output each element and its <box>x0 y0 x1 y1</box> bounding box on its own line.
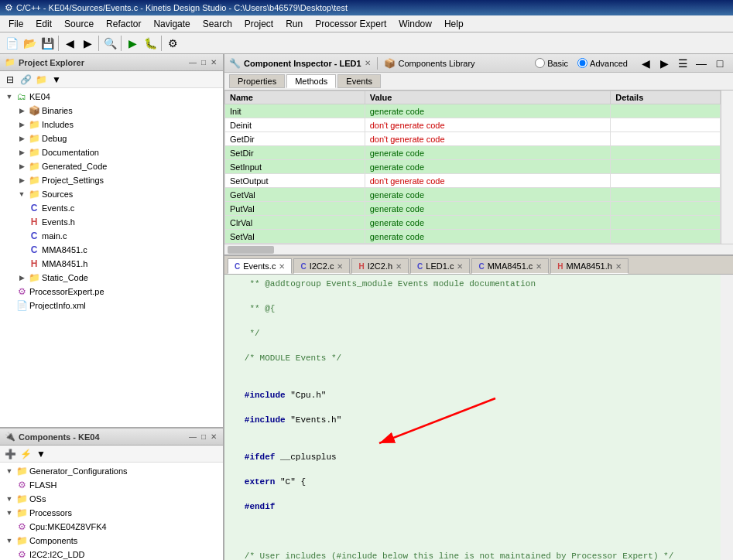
tree-item-sources[interactable]: ▼ 📁 Sources <box>0 187 223 201</box>
toolbar-settings[interactable]: ⚙ <box>164 35 181 52</box>
prop-value-cell[interactable]: generate code <box>365 104 611 118</box>
tab-i2c2-h[interactable]: H I2C2.h ✕ <box>351 258 409 274</box>
mmac-tab-close[interactable]: ✕ <box>536 262 542 271</box>
tab-i2c2-c[interactable]: C I2C2.c ✕ <box>293 258 350 274</box>
table-row[interactable]: Deinitdon't generate code <box>225 118 721 132</box>
components-lib-label[interactable]: Components Library <box>399 59 475 68</box>
tree-item-generated-code[interactable]: ▶ 📁 Generated_Code <box>0 159 223 173</box>
menu-source[interactable]: Source <box>59 16 99 32</box>
table-row[interactable]: SetValgenerate code <box>225 230 721 244</box>
toolbar-new[interactable]: 📄 <box>3 35 20 52</box>
tab-methods[interactable]: Methods <box>286 74 336 88</box>
table-row[interactable]: GetDirdon't generate code <box>225 132 721 146</box>
table-row[interactable]: Initgenerate code <box>225 104 721 118</box>
prop-value-cell[interactable]: generate code <box>365 202 611 216</box>
i2c2c-tab-close[interactable]: ✕ <box>337 262 343 271</box>
prop-value-cell[interactable]: generate code <box>365 230 611 244</box>
tree-item-pe[interactable]: ⚙ ProcessorExpert.pe <box>0 285 223 299</box>
tree-item-ke04[interactable]: ▼ 🗂 KE04 <box>0 90 223 104</box>
table-row[interactable]: SetInputgenerate code <box>225 160 721 174</box>
comp-add-btn[interactable]: ➕ <box>3 447 17 461</box>
gen-expander[interactable]: ▶ <box>15 160 28 172</box>
comp-max-btn[interactable]: □ <box>200 432 207 441</box>
tree-i2c2[interactable]: ⚙ I2C2:I2C_LDD <box>0 548 223 560</box>
insp-min[interactable]: — <box>693 55 710 72</box>
inspector-close[interactable]: ✕ <box>365 59 371 67</box>
comps-expander[interactable]: ▼ <box>3 534 15 547</box>
gc-expander[interactable]: ▼ <box>3 465 15 477</box>
menu-refactor[interactable]: Refactor <box>101 16 146 32</box>
prop-value-cell[interactable]: don't generate code <box>365 132 611 146</box>
menu-search[interactable]: Search <box>197 16 238 32</box>
tree-item-mma-h[interactable]: H MMA8451.h <box>0 257 223 271</box>
insp-forward[interactable]: ▶ <box>656 55 673 72</box>
collapse-all-btn[interactable]: ⊟ <box>3 73 17 87</box>
maximize-btn[interactable]: □ <box>200 58 207 67</box>
menu-run[interactable]: Run <box>280 16 308 32</box>
comp-generate-btn[interactable]: ⚡ <box>19 447 33 461</box>
insp-back[interactable]: ◀ <box>637 55 654 72</box>
tab-mma-c[interactable]: C MMA8451.c ✕ <box>471 258 549 274</box>
tree-item-debug[interactable]: ▶ 📁 Debug <box>0 131 223 145</box>
toolbar-debug[interactable]: 🐛 <box>142 35 159 52</box>
i2c2h-tab-close[interactable]: ✕ <box>396 262 402 271</box>
tab-events-c[interactable]: C Events.c ✕ <box>228 258 292 274</box>
tree-oss[interactable]: ▼ 📁 OSs <box>0 492 223 506</box>
tree-flash[interactable]: ⚙ FLASH <box>0 478 223 492</box>
project-tree[interactable]: ▼ 🗂 KE04 ▶ 📦 Binaries ▶ 📁 Includes <box>0 88 223 427</box>
menu-processor-expert[interactable]: Processor Expert <box>310 16 392 32</box>
insp-menu[interactable]: ☰ <box>674 55 691 72</box>
tree-item-project-settings[interactable]: ▶ 📁 Project_Settings <box>0 173 223 187</box>
table-row[interactable]: SetDirgenerate code <box>225 146 721 160</box>
tab-mma-h[interactable]: H MMA8451.h ✕ <box>550 258 629 274</box>
tree-item-documentation[interactable]: ▶ 📁 Documentation <box>0 145 223 159</box>
close-btn[interactable]: ✕ <box>209 58 218 67</box>
code-content[interactable]: ** @addtogroup Events_module Events modu… <box>224 275 721 560</box>
toolbar-run[interactable]: ▶ <box>124 35 141 52</box>
sc-expander[interactable]: ▶ <box>15 271 28 284</box>
tree-item-events-h[interactable]: H Events.h <box>0 215 223 229</box>
tree-item-static-code[interactable]: ▶ 📁 Static_Code <box>0 271 223 285</box>
mmah-tab-close[interactable]: ✕ <box>615 262 622 271</box>
tree-item-includes[interactable]: ▶ 📁 Includes <box>0 118 223 131</box>
new-folder-btn[interactable]: 📁 <box>34 73 48 87</box>
tree-item-binaries[interactable]: ▶ 📦 Binaries <box>0 104 223 118</box>
prop-value-cell[interactable]: generate code <box>365 188 611 202</box>
proc-expander[interactable]: ▼ <box>3 507 15 519</box>
doc-expander[interactable]: ▶ <box>15 146 28 159</box>
comp-min-btn[interactable]: — <box>187 432 198 441</box>
ps-expander[interactable]: ▶ <box>15 174 28 186</box>
table-h-scrollbar[interactable] <box>224 244 733 254</box>
tree-cpu[interactable]: ⚙ Cpu:MKE04Z8VFK4 <box>0 520 223 534</box>
insp-max[interactable]: □ <box>711 55 728 72</box>
comp-view-btn[interactable]: ▼ <box>34 447 48 461</box>
binaries-expander[interactable]: ▶ <box>15 104 28 117</box>
prop-value-cell[interactable]: generate code <box>365 216 611 230</box>
code-editor[interactable]: ** @addtogroup Events_module Events modu… <box>224 275 733 560</box>
prop-value-cell[interactable]: generate code <box>365 160 611 174</box>
menu-help[interactable]: Help <box>439 16 469 32</box>
table-row[interactable]: SetOutputdon't generate code <box>225 174 721 188</box>
toolbar-search[interactable]: 🔍 <box>101 35 118 52</box>
menu-navigate[interactable]: Navigate <box>148 16 195 32</box>
prop-value-cell[interactable]: don't generate code <box>365 174 611 188</box>
oss-expander[interactable]: ▼ <box>3 493 15 505</box>
link-editor-btn[interactable]: 🔗 <box>19 73 33 87</box>
tree-components-folder[interactable]: ▼ 📁 Components <box>0 534 223 548</box>
code-scrollbar[interactable] <box>721 275 733 560</box>
tree-gen-configs[interactable]: ▼ 📁 Generator_Configurations <box>0 464 223 478</box>
debug-expander[interactable]: ▶ <box>15 132 28 145</box>
comp-tree[interactable]: ▼ 📁 Generator_Configurations ⚙ FLASH ▼ 📁 <box>0 463 223 560</box>
ke04-expander[interactable]: ▼ <box>3 90 15 103</box>
advanced-radio[interactable]: Advanced <box>577 58 628 68</box>
tree-item-main-c[interactable]: C main.c <box>0 229 223 243</box>
tree-item-mma-c[interactable]: C MMA8451.c <box>0 243 223 257</box>
table-row[interactable]: PutValgenerate code <box>225 202 721 216</box>
eventsc-tab-close[interactable]: ✕ <box>279 262 285 271</box>
menu-window[interactable]: Window <box>393 16 437 32</box>
table-row[interactable]: ClrValgenerate code <box>225 216 721 230</box>
prop-value-cell[interactable]: don't generate code <box>365 118 611 132</box>
menu-project[interactable]: Project <box>239 16 279 32</box>
advanced-radio-input[interactable] <box>577 58 587 68</box>
tree-item-xml[interactable]: 📄 ProjectInfo.xml <box>0 299 223 312</box>
